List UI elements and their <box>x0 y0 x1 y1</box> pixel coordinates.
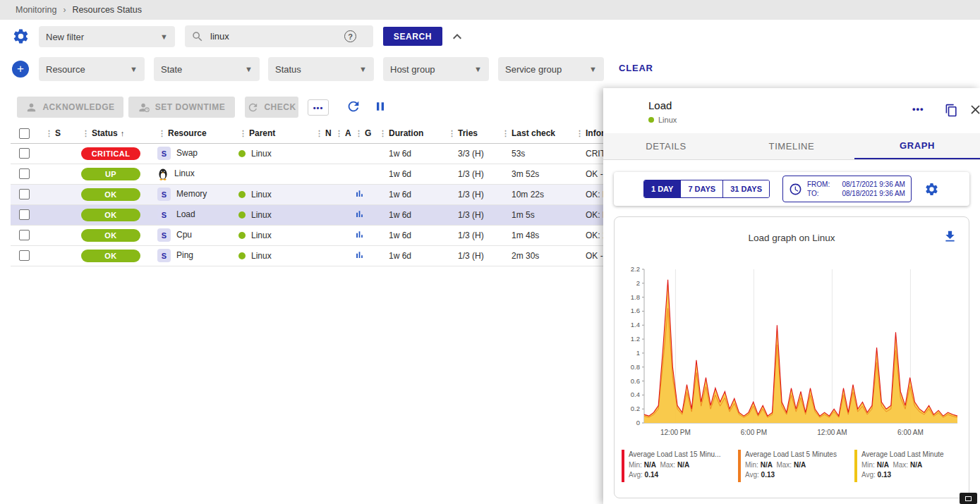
column-kebab-icon[interactable]: ⋮ <box>239 129 247 137</box>
close-icon[interactable] <box>968 102 980 117</box>
panel-parent-name[interactable]: Linux <box>658 116 677 124</box>
column-kebab-icon[interactable]: ⋮ <box>502 129 509 137</box>
range-1-day-button[interactable]: 1 DAY <box>644 180 681 197</box>
clear-filters-button[interactable]: CLEAR <box>619 63 653 73</box>
column-kebab-icon[interactable]: ⋮ <box>448 129 456 137</box>
column-header-resource[interactable]: Resource <box>168 128 207 138</box>
svg-text:0.8: 0.8 <box>631 363 640 371</box>
row-checkbox[interactable] <box>19 230 30 240</box>
graph-icon[interactable] <box>354 188 365 199</box>
row-checkbox[interactable] <box>19 209 30 220</box>
time-period-values: FROM:08/17/2021 9:36 AM TO:08/18/2021 9:… <box>807 180 905 198</box>
tab-timeline[interactable]: TIMELINE <box>729 133 854 159</box>
column-header-tries[interactable]: Tries <box>458 128 478 138</box>
column-header-lastcheck[interactable]: Last check <box>512 128 555 138</box>
range-31-days-button[interactable]: 31 DAYS <box>723 180 769 197</box>
legend-color-bar <box>854 450 857 482</box>
legend-text: Average Load Last 5 MinutesMin: N/A Max:… <box>745 450 837 482</box>
row-checkbox[interactable] <box>19 250 30 261</box>
column-header-notes[interactable]: N <box>325 128 332 138</box>
severity-cell <box>44 143 81 164</box>
resource-name[interactable]: Memory <box>176 189 207 199</box>
column-kebab-icon[interactable]: ⋮ <box>315 129 323 137</box>
column-header-state[interactable]: S <box>55 128 61 138</box>
load-chart[interactable]: 12:00 PM6:00 PM12:00 AM6:00 AM00.20.40.6… <box>620 259 964 441</box>
set-downtime-button[interactable]: SET DOWNTIME <box>128 97 235 118</box>
column-kebab-icon[interactable]: ⋮ <box>335 129 343 137</box>
column-header-information[interactable]: Infor <box>586 128 605 138</box>
tab-details[interactable]: DETAILS <box>603 133 729 159</box>
search-box[interactable]: ? <box>185 25 373 47</box>
column-kebab-icon[interactable]: ⋮ <box>576 129 583 137</box>
row-checkbox[interactable] <box>19 148 30 159</box>
resource-name[interactable]: Linux <box>174 168 195 178</box>
breadcrumb-monitoring[interactable]: Monitoring <box>16 5 56 15</box>
add-criteria-button[interactable]: + <box>12 61 29 78</box>
corner-overlay-icon[interactable] <box>960 493 977 504</box>
panel-more-actions-icon[interactable]: ••• <box>912 104 924 114</box>
graph-settings-gear-icon[interactable] <box>924 182 939 197</box>
resource-name[interactable]: Load <box>176 209 195 219</box>
pause-button[interactable] <box>372 99 389 116</box>
copy-link-icon[interactable] <box>945 104 958 117</box>
tab-graph[interactable]: GRAPH <box>854 133 980 159</box>
severity-cell <box>44 204 81 225</box>
search-help-icon[interactable]: ? <box>344 30 356 42</box>
tries-cell: 1/3 (H) <box>447 204 501 225</box>
duration-cell: 1w 6d <box>378 204 447 225</box>
column-header-action[interactable]: A <box>345 128 351 138</box>
resource-name[interactable]: Ping <box>176 250 193 260</box>
custom-time-period[interactable]: FROM:08/17/2021 9:36 AM TO:08/18/2021 9:… <box>782 176 912 202</box>
parent-name[interactable]: Linux <box>251 210 272 220</box>
more-actions-button[interactable]: ••• <box>308 99 329 116</box>
select-all-checkbox[interactable] <box>19 128 30 139</box>
filter-servicegroup-select[interactable]: Service group▼ <box>498 57 604 81</box>
column-header-duration[interactable]: Duration <box>389 128 423 138</box>
parent-name[interactable]: Linux <box>251 251 272 261</box>
column-kebab-icon[interactable]: ⋮ <box>379 129 387 137</box>
parent-name[interactable]: Linux <box>251 190 272 199</box>
saved-filter-select[interactable]: New filter ▼ <box>39 26 175 47</box>
resource-name[interactable]: Swap <box>176 148 198 158</box>
to-value: 08/18/2021 9:36 AM <box>842 189 905 198</box>
filter-hostgroup-select[interactable]: Host group▼ <box>383 57 489 81</box>
resource-name[interactable]: Cpu <box>176 230 192 240</box>
legend-item[interactable]: Average Load Last 5 MinutesMin: N/A Max:… <box>738 450 854 482</box>
search-input[interactable] <box>210 31 344 42</box>
parent-status-dot <box>238 211 246 219</box>
graph-icon[interactable] <box>354 209 365 219</box>
column-header-parent[interactable]: Parent <box>249 128 275 138</box>
row-checkbox[interactable] <box>19 189 30 199</box>
search-button[interactable]: SEARCH <box>383 27 442 46</box>
acknowledge-button[interactable]: ACKNOWLEDGE <box>17 97 123 118</box>
graph-icon[interactable] <box>354 229 365 240</box>
column-header-graph[interactable]: G <box>365 128 371 138</box>
column-kebab-icon[interactable]: ⋮ <box>82 129 90 137</box>
legend-item[interactable]: Average Load Last 15 Minu...Min: N/A Max… <box>622 450 738 482</box>
status-badge: CRITICAL <box>81 147 140 160</box>
filter-resource-select[interactable]: Resource▼ <box>39 57 145 81</box>
parent-status-dot <box>238 232 246 239</box>
action-cell <box>334 245 354 266</box>
filter-status-select[interactable]: Status▼ <box>268 57 374 81</box>
refresh-button[interactable] <box>345 99 362 116</box>
export-graph-button[interactable] <box>943 229 957 244</box>
breadcrumb-resources-status[interactable]: Resources Status <box>72 5 142 15</box>
status-badge: OK <box>81 209 140 221</box>
filter-state-select[interactable]: State▼ <box>154 57 260 81</box>
column-kebab-icon[interactable]: ⋮ <box>355 129 363 137</box>
chevron-up-icon[interactable] <box>449 28 466 45</box>
filter-settings-gear-icon[interactable] <box>12 27 30 45</box>
legend-item[interactable]: Average Load Last MinuteMin: N/A Max: N/… <box>854 450 971 482</box>
column-header-status[interactable]: Status <box>92 128 118 138</box>
column-kebab-icon[interactable]: ⋮ <box>45 129 53 137</box>
check-button[interactable]: CHECK <box>245 97 298 118</box>
parent-name[interactable]: Linux <box>251 149 272 159</box>
filter-servicegroup-label: Service group <box>505 64 562 75</box>
row-checkbox[interactable] <box>19 168 30 179</box>
column-kebab-icon[interactable]: ⋮ <box>158 129 166 137</box>
sort-asc-icon[interactable]: ↑ <box>121 129 125 137</box>
graph-icon[interactable] <box>354 250 365 260</box>
range-7-days-button[interactable]: 7 DAYS <box>681 180 723 197</box>
parent-name[interactable]: Linux <box>251 231 272 240</box>
